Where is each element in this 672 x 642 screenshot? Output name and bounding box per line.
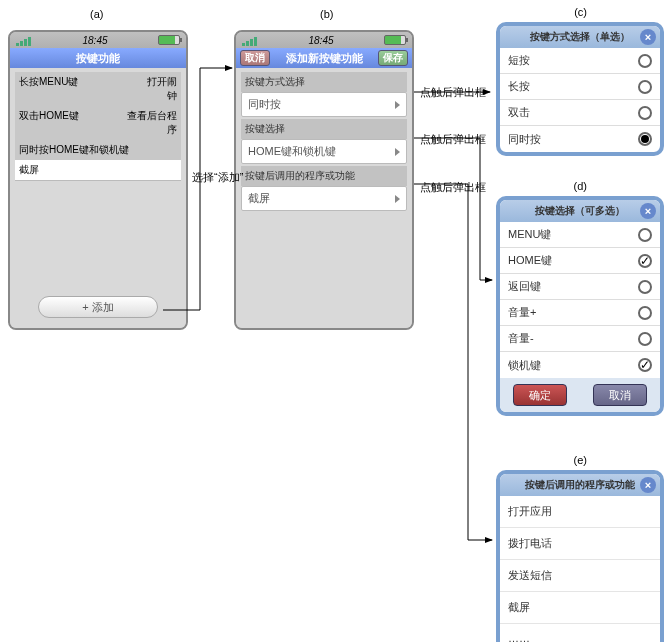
- chevron-right-icon: [395, 195, 400, 203]
- check-option[interactable]: 锁机键✓: [500, 352, 660, 378]
- radio-icon: [638, 132, 652, 146]
- status-bar: 18:45: [10, 32, 186, 48]
- battery-icon: [384, 35, 406, 45]
- row-header[interactable]: 同时按HOME键和锁机键: [15, 140, 181, 160]
- close-icon[interactable]: ×: [640, 477, 656, 493]
- check-icon: ✓: [638, 254, 652, 268]
- label-c: (c): [574, 6, 587, 18]
- function-item[interactable]: 打开应用: [500, 496, 660, 528]
- check-icon: ✓: [638, 358, 652, 372]
- list-b: 按键方式选择 同时按 按键选择 HOME键和锁机键 按键后调用的程序或功能 截屏: [236, 68, 412, 328]
- check-option[interactable]: MENU键: [500, 222, 660, 248]
- row-header[interactable]: 长按MENU键打开闹钟: [15, 72, 181, 106]
- label-d: (d): [574, 180, 587, 192]
- close-icon[interactable]: ×: [640, 29, 656, 45]
- row-value: 截屏: [15, 160, 181, 181]
- radio-option[interactable]: 短按: [500, 48, 660, 74]
- function-item[interactable]: 截屏: [500, 592, 660, 624]
- radio-icon: [638, 80, 652, 94]
- check-icon: [638, 306, 652, 320]
- arrow-label-d: 点触后弹出框: [420, 132, 486, 147]
- battery-icon: [158, 35, 180, 45]
- label-b: (b): [320, 8, 333, 20]
- check-option[interactable]: 音量-: [500, 326, 660, 352]
- signal-icon: [16, 35, 32, 46]
- radio-icon: [638, 106, 652, 120]
- chevron-right-icon: [395, 101, 400, 109]
- function-item[interactable]: 拨打电话: [500, 528, 660, 560]
- function-item[interactable]: 发送短信: [500, 560, 660, 592]
- cancel-button[interactable]: 取消: [240, 50, 270, 66]
- section-value[interactable]: HOME键和锁机键: [241, 139, 407, 164]
- add-button[interactable]: + 添加: [38, 296, 158, 318]
- radio-option[interactable]: 双击: [500, 100, 660, 126]
- signal-icon: [242, 35, 258, 46]
- cancel-button[interactable]: 取消: [593, 384, 647, 406]
- check-option[interactable]: 返回键: [500, 274, 660, 300]
- check-icon: [638, 332, 652, 346]
- status-bar: 18:45: [236, 32, 412, 48]
- function-item[interactable]: ……: [500, 624, 660, 642]
- confirm-button[interactable]: 确定: [513, 384, 567, 406]
- check-option[interactable]: HOME键✓: [500, 248, 660, 274]
- check-icon: [638, 228, 652, 242]
- panel-footer: 确定 取消: [500, 378, 660, 412]
- label-e: (e): [574, 454, 587, 466]
- section-header: 按键方式选择: [241, 72, 407, 92]
- section-value[interactable]: 同时按: [241, 92, 407, 117]
- radio-icon: [638, 54, 652, 68]
- title-a: 按键功能: [10, 48, 186, 68]
- close-icon[interactable]: ×: [640, 203, 656, 219]
- arrow-label-add: 选择“添加”: [192, 170, 243, 185]
- chevron-right-icon: [395, 148, 400, 156]
- section-header: 按键后调用的程序或功能: [241, 166, 407, 186]
- check-icon: [638, 280, 652, 294]
- status-time: 18:45: [82, 35, 107, 46]
- list-a: 长按MENU键打开闹钟 双击HOME键查看后台程序 同时按HOME键和锁机键 截…: [10, 68, 186, 328]
- radio-option[interactable]: 长按: [500, 74, 660, 100]
- arrow-label-c: 点触后弹出框: [420, 85, 486, 100]
- radio-option[interactable]: 同时按: [500, 126, 660, 152]
- phone-a: 18:45 按键功能 长按MENU键打开闹钟 双击HOME键查看后台程序 同时按…: [8, 30, 188, 330]
- section-value[interactable]: 截屏: [241, 186, 407, 211]
- title-b: 取消 添加新按键功能 保存: [236, 48, 412, 68]
- panel-key-select: 按键选择（可多选）× MENU键HOME键✓返回键音量+音量-锁机键✓ 确定 取…: [496, 196, 664, 416]
- panel-title: 按键后调用的程序或功能×: [500, 474, 660, 496]
- phone-b: 18:45 取消 添加新按键功能 保存 按键方式选择 同时按 按键选择 HOME…: [234, 30, 414, 330]
- row-header[interactable]: 双击HOME键查看后台程序: [15, 106, 181, 140]
- panel-press-mode: 按键方式选择（单选）× 短按长按双击同时按: [496, 22, 664, 156]
- status-time: 18:45: [308, 35, 333, 46]
- check-option[interactable]: 音量+: [500, 300, 660, 326]
- label-a: (a): [90, 8, 103, 20]
- save-button[interactable]: 保存: [378, 50, 408, 66]
- section-header: 按键选择: [241, 119, 407, 139]
- arrow-label-e: 点触后弹出框: [420, 180, 486, 195]
- panel-title: 按键方式选择（单选）×: [500, 26, 660, 48]
- panel-title: 按键选择（可多选）×: [500, 200, 660, 222]
- panel-function: 按键后调用的程序或功能× 打开应用拨打电话发送短信截屏……: [496, 470, 664, 642]
